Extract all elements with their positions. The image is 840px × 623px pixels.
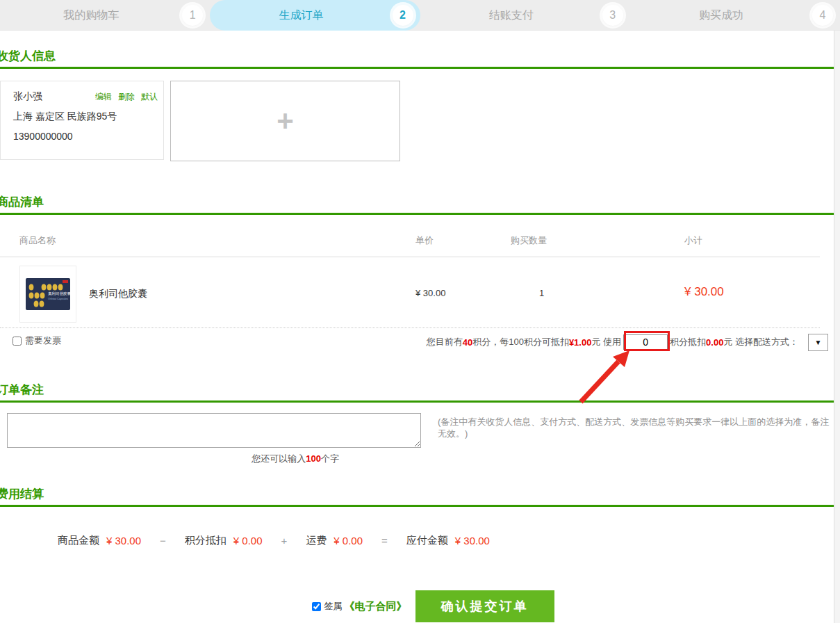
step-create-order-label: 生成订单 xyxy=(210,8,392,23)
invoice-points-row: 需要发票 您目前有 40 积分，每100积分可抵扣 ¥1.00 元 使用 积分抵… xyxy=(0,328,834,356)
points-line: 您目前有 40 积分，每100积分可抵扣 ¥1.00 元 使用 积分抵扣 0.0… xyxy=(427,328,828,356)
consignee-phone: 13900000000 xyxy=(13,131,158,142)
counter-prefix: 您还可以输入 xyxy=(252,453,306,464)
points-text-2: 积分，每100积分可抵扣 xyxy=(472,336,569,348)
svg-text:Orlistat Capsules: Orlistat Capsules xyxy=(48,298,68,300)
step-pay-label: 结账支付 xyxy=(420,8,602,23)
delete-address-link[interactable]: 删除 xyxy=(118,91,135,103)
counter-suffix: 个字 xyxy=(321,453,339,464)
step-4-number: 4 xyxy=(820,9,826,22)
products-section-header: 商品清单 xyxy=(0,161,834,215)
invoice-label: 需要发票 xyxy=(25,334,61,347)
shipping-fee-label: 运费 xyxy=(306,534,327,547)
payable-amount-label: 应付金额 xyxy=(406,534,448,547)
address-card-top: 张小强 编辑 删除 默认 xyxy=(13,90,158,103)
notes-hint: (备注中有关收货人信息、支付方式、配送方式、发票信息等购买要求一律以上面的选择为… xyxy=(438,413,831,448)
column-unit-price: 单价 xyxy=(415,234,434,247)
svg-text:奥利司他胶囊: 奥利司他胶囊 xyxy=(48,291,70,296)
notes-section-header: 订单备注 xyxy=(0,356,834,403)
points-balance: 40 xyxy=(463,337,472,348)
page-right-gutter xyxy=(834,31,840,623)
invoice-checkbox[interactable] xyxy=(13,337,22,346)
step-pay[interactable]: 结账支付 3 xyxy=(420,0,630,31)
default-address-link[interactable]: 默认 xyxy=(141,91,158,103)
step-success[interactable]: 购买成功 4 xyxy=(630,0,840,31)
points-text-1: 您目前有 xyxy=(427,336,463,348)
chevron-down-icon: ▼ xyxy=(815,339,822,346)
points-rate: ¥1.00 xyxy=(569,337,592,348)
points-input[interactable] xyxy=(623,334,668,350)
equals-operator: = xyxy=(381,535,388,547)
shipping-fee-value: ¥ 0.00 xyxy=(333,535,363,547)
submit-order-button[interactable]: 确认提交订单 xyxy=(415,590,554,622)
product-subtotal: ¥ 30.00 xyxy=(684,285,724,299)
consignee-section-header: 收货人信息 xyxy=(0,31,834,69)
step-2-badge: 2 xyxy=(393,5,413,26)
product-name: 奥利司他胶囊 xyxy=(89,288,147,300)
product-image: 奥利司他胶囊 Orlistat Capsules xyxy=(19,266,76,323)
step-create-order[interactable]: 生成订单 2 xyxy=(210,0,420,31)
products-section-title: 商品清单 xyxy=(0,195,834,213)
points-text-4: 积分抵扣 xyxy=(670,336,706,348)
product-quantity: 1 xyxy=(539,288,544,298)
step-my-cart[interactable]: 我的购物车 1 xyxy=(0,0,210,31)
step-3-badge: 3 xyxy=(602,5,623,26)
product-table-header: 商品名称 单价 购买数量 小计 xyxy=(0,215,820,257)
counter-remaining: 100 xyxy=(306,453,321,464)
column-subtotal: 小计 xyxy=(684,234,702,247)
consignee-section-title: 收货人信息 xyxy=(0,49,834,67)
consignee-name: 张小强 xyxy=(13,90,95,103)
settlement-section-header: 费用结算 xyxy=(0,465,834,507)
address-actions: 编辑 删除 默认 xyxy=(95,91,158,103)
invoice-option: 需要发票 xyxy=(13,334,61,347)
edit-address-link[interactable]: 编辑 xyxy=(95,91,112,103)
step-1-badge: 1 xyxy=(182,5,203,26)
column-quantity: 购买数量 xyxy=(511,234,547,247)
step-4-badge: 4 xyxy=(812,5,833,26)
step-3-number: 3 xyxy=(609,9,616,22)
settlement-section-title: 费用结算 xyxy=(0,487,834,505)
points-text-3: 元 使用 xyxy=(591,336,621,348)
product-unit-price: ¥ 30.00 xyxy=(415,288,445,298)
product-row: 奥利司他胶囊 Orlistat Capsules 奥利司他胶囊 ¥ 30.00 … xyxy=(0,257,820,328)
contract-checkbox[interactable] xyxy=(312,602,321,611)
checkout-content: 收货人信息 张小强 编辑 删除 默认 上海 嘉定区 民族路95号 1390000… xyxy=(0,31,834,622)
points-deduction-label: 积分抵扣 xyxy=(185,534,227,547)
address-card[interactable]: 张小强 编辑 删除 默认 上海 嘉定区 民族路95号 13900000000 xyxy=(0,81,164,160)
payable-amount-value: ¥ 30.00 xyxy=(455,535,490,547)
product-package-graphic: 奥利司他胶囊 Orlistat Capsules xyxy=(26,278,70,310)
checkout-steps: 我的购物车 1 生成订单 2 结账支付 3 购买成功 4 xyxy=(0,0,840,31)
agree-label: 签属 xyxy=(324,600,343,613)
points-deduction-value: ¥ 0.00 xyxy=(233,535,263,547)
contract-link[interactable]: 《电子合同》 xyxy=(345,600,407,613)
submit-row: 签属 《电子合同》 确认提交订单 xyxy=(32,590,834,622)
add-address-card[interactable]: + xyxy=(170,81,400,161)
address-cards: 张小强 编辑 删除 默认 上海 嘉定区 民族路95号 13900000000 + xyxy=(0,81,834,161)
notes-section-title: 订单备注 xyxy=(0,382,834,400)
step-success-label: 购买成功 xyxy=(630,8,812,23)
plus-icon: + xyxy=(277,106,294,136)
notes-row: (备注中有关收货人信息、支付方式、配送方式、发票信息等购买要求一律以上面的选择为… xyxy=(0,413,834,448)
shipping-method-select[interactable]: ▼ xyxy=(808,334,828,351)
points-input-wrap xyxy=(623,334,668,350)
goods-amount-value: ¥ 30.00 xyxy=(106,535,141,547)
points-deduction-amount: 0.00 xyxy=(706,337,723,348)
minus-operator: − xyxy=(160,535,166,547)
goods-amount-label: 商品金额 xyxy=(58,534,99,547)
step-2-number: 2 xyxy=(400,9,406,22)
notes-counter: 您还可以输入100个字 xyxy=(7,453,339,465)
step-my-cart-label: 我的购物车 xyxy=(0,8,182,23)
step-1-number: 1 xyxy=(190,9,196,22)
column-product-name: 商品名称 xyxy=(19,234,56,247)
plus-operator: + xyxy=(281,535,288,547)
fee-summary-row: 商品金额 ¥ 30.00 − 积分抵扣 ¥ 0.00 + 运费 ¥ 0.00 =… xyxy=(58,534,834,547)
points-text-5: 元 选择配送方式： xyxy=(723,336,798,348)
consignee-address: 上海 嘉定区 民族路95号 xyxy=(13,111,158,123)
order-notes-textarea[interactable] xyxy=(7,413,421,448)
